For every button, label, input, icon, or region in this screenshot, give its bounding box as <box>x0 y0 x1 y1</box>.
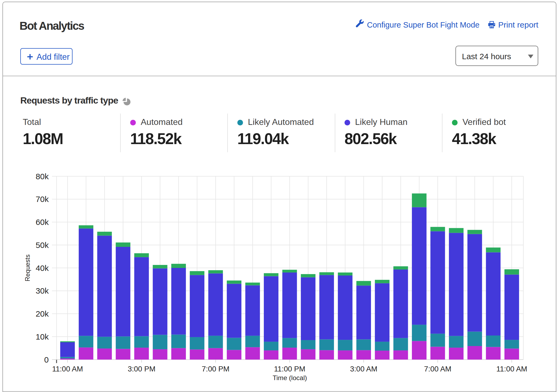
svg-text:80k: 80k <box>36 172 49 181</box>
svg-text:11:00 AM: 11:00 AM <box>52 365 83 373</box>
svg-text:11:00 AM: 11:00 AM <box>496 365 527 373</box>
svg-text:3:00 AM: 3:00 AM <box>350 365 377 373</box>
svg-text:60k: 60k <box>36 218 49 227</box>
svg-text:11:00 PM: 11:00 PM <box>274 365 305 373</box>
svg-text:70k: 70k <box>36 195 49 204</box>
svg-text:20k: 20k <box>36 309 49 318</box>
svg-text:50k: 50k <box>36 241 49 250</box>
svg-text:Requests: Requests <box>24 254 31 281</box>
svg-text:30k: 30k <box>36 286 49 295</box>
svg-text:0: 0 <box>44 355 49 364</box>
svg-text:7:00 PM: 7:00 PM <box>202 365 229 373</box>
svg-text:3:00 PM: 3:00 PM <box>128 365 155 373</box>
svg-text:7:00 AM: 7:00 AM <box>424 365 451 373</box>
svg-text:10k: 10k <box>36 332 49 341</box>
svg-text:40k: 40k <box>36 264 49 273</box>
svg-text:Time (local): Time (local) <box>273 374 307 381</box>
